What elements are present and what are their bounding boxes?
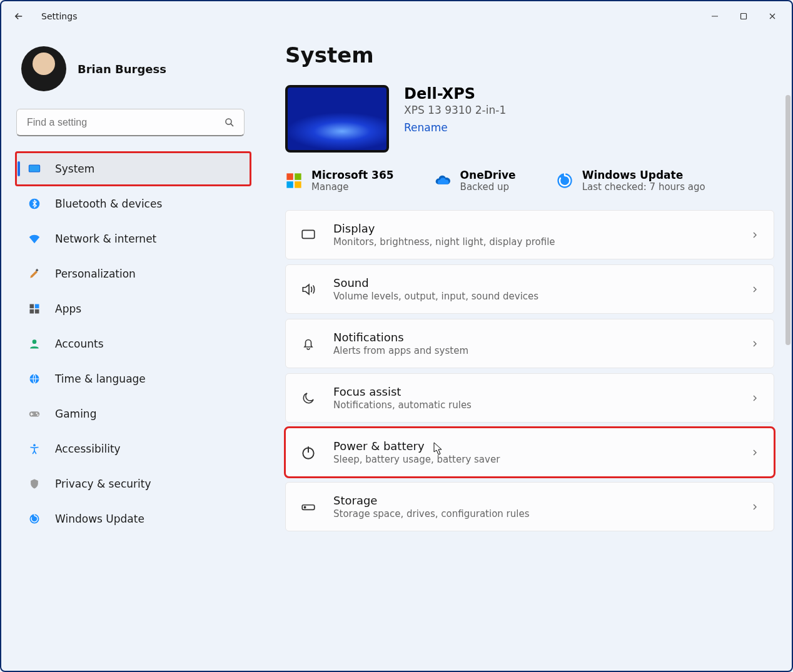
device-info: Dell-XPS XPS 13 9310 2-in-1 Rename [285, 85, 774, 153]
user-name: Brian Burgess [78, 63, 166, 76]
minimize-button[interactable] [700, 4, 729, 29]
page-title: System [285, 43, 774, 68]
apps-icon [28, 302, 41, 316]
svg-point-15 [36, 413, 37, 414]
setting-sub: Alerts from apps and system [333, 345, 734, 356]
svg-rect-1 [741, 14, 747, 19]
setting-title: Sound [333, 276, 734, 289]
close-button[interactable] [758, 4, 787, 29]
search-input[interactable] [27, 117, 224, 128]
search-box[interactable] [16, 109, 245, 136]
setting-title: Power & battery [333, 439, 734, 453]
sidebar-item-label: Windows Update [55, 513, 144, 525]
status-title: Windows Update [582, 169, 705, 181]
status-microsoft365[interactable]: Microsoft 365 Manage [285, 169, 394, 193]
svg-rect-10 [30, 309, 34, 314]
sidebar-item-apps[interactable]: Apps [16, 293, 250, 325]
accessibility-icon [28, 442, 41, 456]
sidebar-item-label: Time & language [55, 373, 146, 385]
sidebar-item-privacy[interactable]: Privacy & security [16, 468, 250, 500]
chevron-right-icon [750, 502, 760, 512]
sidebar-item-bluetooth[interactable]: Bluetooth & devices [16, 188, 250, 220]
back-button[interactable] [6, 4, 31, 29]
setting-title: Display [333, 222, 734, 235]
sidebar-item-system[interactable]: System [16, 153, 250, 185]
status-windows-update[interactable]: Windows Update Last checked: 7 hours ago [556, 169, 705, 193]
sidebar-item-label: System [55, 163, 94, 175]
sidebar-item-label: Network & internet [55, 233, 156, 245]
shield-icon [28, 477, 41, 491]
sidebar-item-label: Privacy & security [55, 478, 151, 490]
setting-storage[interactable]: Storage Storage space, drives, configura… [285, 482, 774, 531]
setting-title: Storage [333, 494, 734, 507]
brush-icon [28, 267, 41, 281]
svg-line-3 [231, 123, 233, 126]
search-icon [224, 117, 235, 128]
chevron-right-icon [750, 393, 760, 403]
setting-sub: Monitors, brightness, night light, displ… [333, 236, 734, 248]
status-title: Microsoft 365 [311, 169, 394, 181]
sidebar-item-accounts[interactable]: Accounts [16, 328, 250, 360]
setting-sub: Volume levels, output, input, sound devi… [333, 291, 734, 302]
setting-focus-assist[interactable]: Focus assist Notifications, automatic ru… [285, 373, 774, 423]
avatar [21, 46, 66, 91]
svg-point-2 [226, 119, 231, 124]
sidebar-item-label: Bluetooth & devices [55, 198, 162, 210]
svg-point-12 [33, 339, 37, 344]
status-onedrive[interactable]: OneDrive Backed up [434, 169, 516, 193]
svg-rect-8 [30, 304, 34, 309]
sidebar-item-label: Gaming [55, 408, 96, 420]
setting-power-battery[interactable]: Power & battery Sleep, battery usage, ba… [285, 428, 774, 477]
status-title: OneDrive [460, 169, 516, 181]
sidebar-item-windows-update[interactable]: Windows Update [16, 503, 250, 535]
chevron-right-icon [750, 284, 760, 294]
sidebar-item-network[interactable]: Network & internet [16, 223, 250, 255]
display-setting-icon [300, 226, 317, 244]
svg-rect-20 [295, 173, 301, 180]
update-icon [28, 512, 41, 526]
svg-rect-22 [295, 181, 301, 188]
device-model: XPS 13 9310 2-in-1 [404, 104, 506, 116]
onedrive-icon [434, 172, 452, 189]
power-icon [300, 444, 317, 461]
setting-sub: Storage space, drives, configuration rul… [333, 508, 734, 519]
update-status-icon [556, 172, 573, 189]
setting-sub: Notifications, automatic rules [333, 399, 734, 411]
display-icon [28, 162, 41, 176]
svg-rect-11 [35, 309, 39, 314]
bluetooth-icon [28, 197, 41, 211]
sidebar: Brian Burgess System Bluetooth & devices [1, 31, 258, 671]
globe-icon [28, 372, 41, 386]
gamepad-icon [28, 407, 41, 421]
profile-block[interactable]: Brian Burgess [16, 46, 250, 91]
device-thumbnail[interactable] [285, 85, 389, 153]
svg-rect-21 [286, 181, 293, 188]
status-sub: Last checked: 7 hours ago [582, 181, 705, 193]
sidebar-item-time-language[interactable]: Time & language [16, 363, 250, 395]
device-name: Dell-XPS [404, 85, 506, 103]
chevron-right-icon [750, 230, 760, 240]
sidebar-item-label: Apps [55, 303, 81, 315]
svg-rect-19 [286, 173, 293, 180]
storage-icon [300, 498, 317, 516]
sidebar-item-gaming[interactable]: Gaming [16, 398, 250, 430]
setting-sound[interactable]: Sound Volume levels, output, input, soun… [285, 264, 774, 314]
setting-notifications[interactable]: Notifications Alerts from apps and syste… [285, 319, 774, 368]
setting-display[interactable]: Display Monitors, brightness, night ligh… [285, 210, 774, 259]
person-icon [28, 337, 41, 351]
microsoft-icon [285, 172, 303, 189]
moon-icon [300, 389, 317, 407]
maximize-button[interactable] [729, 4, 758, 29]
setting-title: Focus assist [333, 385, 734, 398]
rename-link[interactable]: Rename [404, 121, 448, 134]
chevron-right-icon [750, 339, 760, 349]
scrollbar[interactable] [785, 95, 790, 345]
status-sub: Backed up [460, 181, 516, 193]
svg-rect-5 [29, 166, 40, 172]
svg-point-29 [305, 506, 306, 508]
bell-icon [300, 335, 317, 353]
setting-title: Notifications [333, 331, 734, 344]
sidebar-item-personalization[interactable]: Personalization [16, 258, 250, 290]
sidebar-item-accessibility[interactable]: Accessibility [16, 433, 250, 465]
setting-sub: Sleep, battery usage, battery saver [333, 454, 734, 465]
